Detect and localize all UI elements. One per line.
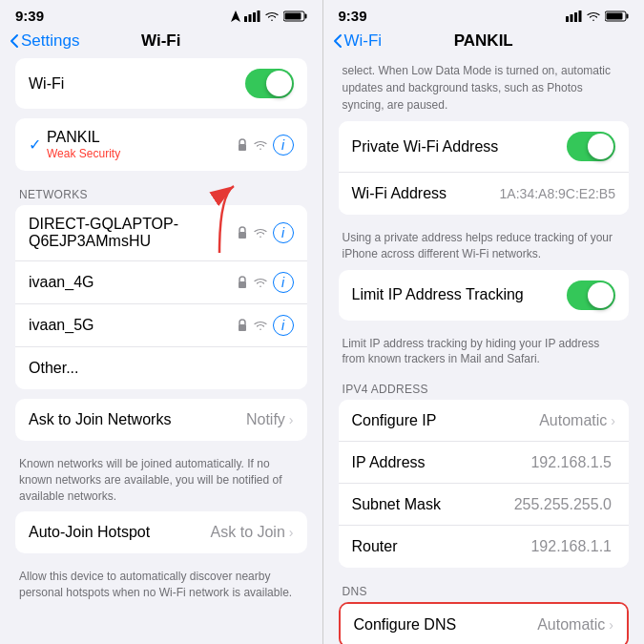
wifi-toggle[interactable] xyxy=(245,69,294,98)
network-name-other: Other... xyxy=(29,360,294,377)
back-to-wifi[interactable]: Wi-Fi xyxy=(333,31,383,51)
svg-rect-13 xyxy=(571,14,573,22)
scrolled-top-text: select. When Low Data Mode is turned on,… xyxy=(339,58,630,121)
back-chevron-icon xyxy=(10,33,19,49)
connected-network-row[interactable]: ✓ PANKIL Weak Security i xyxy=(15,118,307,171)
chevron-auto: › xyxy=(289,525,294,540)
ip-address-label: IP Address xyxy=(352,454,531,471)
router-label: Router xyxy=(352,538,531,555)
private-wifi-label: Private Wi-Fi Address xyxy=(352,138,568,156)
configure-dns-row[interactable]: Configure DNS Automatic › xyxy=(341,604,628,644)
wifi-toggle-row[interactable]: Wi-Fi xyxy=(15,58,307,109)
wifi-address-footer: Using a private address helps reduce tra… xyxy=(339,224,630,270)
svg-rect-2 xyxy=(253,12,256,22)
wifi-icon-5g xyxy=(253,320,268,331)
info-button-direct[interactable]: i xyxy=(273,222,294,243)
connected-network-group: ✓ PANKIL Weak Security i xyxy=(15,118,307,171)
ask-to-join-value: Notify xyxy=(246,411,285,428)
limit-ip-row[interactable]: Limit IP Address Tracking xyxy=(339,270,630,321)
chevron-ask: › xyxy=(289,412,294,427)
subnet-mask-row: Subnet Mask 255.255.255.0 xyxy=(339,484,630,526)
right-content: select. When Low Data Mode is turned on,… xyxy=(323,58,645,644)
svg-rect-1 xyxy=(248,14,251,22)
private-wifi-toggle[interactable] xyxy=(567,132,615,161)
ask-to-join-footer: Known networks will be joined automatica… xyxy=(15,450,307,511)
page-title-right: PANKIL xyxy=(454,31,513,51)
networks-header: NETWORKS xyxy=(15,180,307,205)
status-bar-left: 9:39 xyxy=(0,0,322,28)
limit-ip-toggle[interactable] xyxy=(567,280,615,310)
configure-ip-value: Automatic xyxy=(539,412,607,429)
configure-ip-row[interactable]: Configure IP Automatic › xyxy=(339,400,630,442)
wifi-icon-4g xyxy=(253,277,268,288)
ip-address-value: 192.168.1.5 xyxy=(530,454,612,471)
left-screen: 9:39 xyxy=(0,0,322,644)
network-row-direct[interactable]: DIRECT-GQLAPTOP-Q6EJP3AMmsHU i xyxy=(15,205,307,261)
chevron-configure-ip: › xyxy=(611,413,615,428)
svg-rect-14 xyxy=(574,12,577,22)
svg-rect-5 xyxy=(304,13,306,18)
auto-join-value: Ask to Join xyxy=(211,524,285,541)
battery-icon xyxy=(283,10,307,22)
signal-icon-right xyxy=(566,10,582,22)
limit-ip-footer: Limit IP address tracking by hiding your… xyxy=(339,330,630,376)
right-screen: 9:39 Wi-Fi xyxy=(322,0,645,644)
toggle-thumb-limit xyxy=(588,282,613,308)
wifi-status-icon-right xyxy=(586,10,601,22)
configure-dns-label: Configure DNS xyxy=(354,616,538,634)
network-icons: i xyxy=(237,135,294,156)
time-left: 9:39 xyxy=(15,8,44,24)
network-name-5g: ivaan_5G xyxy=(29,317,237,334)
status-icons-right xyxy=(566,10,629,22)
ip-address-row: IP Address 192.168.1.5 xyxy=(339,442,630,484)
auto-join-footer: Allow this device to automatically disco… xyxy=(15,563,307,609)
auto-join-label: Auto-Join Hotspot xyxy=(29,524,211,541)
left-content: Wi-Fi ✓ PANKIL Weak Security xyxy=(0,58,322,644)
network-row-other[interactable]: Other... xyxy=(15,347,307,389)
nav-bar-left: Settings Wi-Fi xyxy=(0,28,322,58)
checkmark-icon: ✓ xyxy=(29,135,41,154)
router-row: Router 192.168.1.1 xyxy=(339,526,630,568)
back-to-settings[interactable]: Settings xyxy=(10,31,79,51)
network-row-5g[interactable]: ivaan_5G i xyxy=(15,304,307,347)
time-right: 9:39 xyxy=(339,8,367,24)
limit-ip-group: Limit IP Address Tracking xyxy=(339,270,630,321)
subnet-mask-value: 255.255.255.0 xyxy=(514,496,612,513)
chevron-configure-dns: › xyxy=(609,617,613,633)
wifi-icon-direct xyxy=(253,227,268,239)
svg-rect-15 xyxy=(579,10,582,22)
ipv4-group: Configure IP Automatic › IP Address 192.… xyxy=(339,400,630,568)
back-chevron-icon-right xyxy=(333,33,343,49)
lock-icon-5g xyxy=(237,319,248,332)
auto-join-group: Auto-Join Hotspot Ask to Join › xyxy=(15,511,307,553)
battery-icon-right xyxy=(605,10,629,22)
networks-group: DIRECT-GQLAPTOP-Q6EJP3AMmsHU i iva xyxy=(15,205,307,389)
location-icon xyxy=(231,10,240,22)
dns-group: Configure DNS Automatic › xyxy=(339,602,630,644)
wifi-label: Wi-Fi xyxy=(29,75,245,93)
nav-bar-right: Wi-Fi PANKIL xyxy=(323,28,645,58)
private-wifi-group: Private Wi-Fi Address Wi-Fi Address 1A:3… xyxy=(339,121,630,215)
configure-ip-label: Configure IP xyxy=(352,412,540,429)
router-value: 192.168.1.1 xyxy=(530,538,612,555)
annotation-arrow xyxy=(191,177,248,262)
info-button-5g[interactable]: i xyxy=(273,315,294,336)
signal-icon xyxy=(244,10,260,22)
auto-join-row[interactable]: Auto-Join Hotspot Ask to Join › xyxy=(15,511,307,553)
info-button-4g[interactable]: i xyxy=(273,272,294,293)
private-wifi-row[interactable]: Private Wi-Fi Address xyxy=(339,121,630,173)
network-name-4g: ivaan_4G xyxy=(29,274,237,291)
svg-rect-12 xyxy=(566,16,569,22)
ask-to-join-group: Ask to Join Networks Notify › xyxy=(15,399,307,441)
page-title-left: Wi-Fi xyxy=(141,31,180,51)
ask-to-join-row[interactable]: Ask to Join Networks Notify › xyxy=(15,399,307,441)
dns-header: DNS xyxy=(339,577,630,602)
wifi-address-value: 1A:34:A8:9C:E2:B5 xyxy=(500,186,615,201)
svg-rect-0 xyxy=(244,16,247,22)
wifi-network-icon xyxy=(253,139,268,151)
wifi-address-label: Wi-Fi Address xyxy=(352,185,500,202)
lock-icon-4g xyxy=(237,276,248,289)
info-button-pankil[interactable]: i xyxy=(273,135,294,156)
network-icons-4g: i xyxy=(237,272,294,293)
network-row-4g[interactable]: ivaan_4G i xyxy=(15,261,307,304)
